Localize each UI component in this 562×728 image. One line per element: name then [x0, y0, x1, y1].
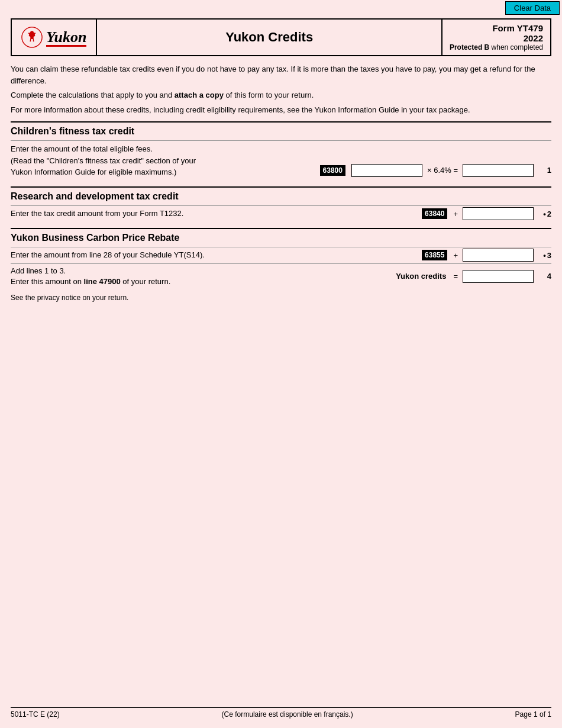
french-note: (Ce formulaire est disponible en françai…	[222, 710, 353, 719]
yukon-credits-label: Yukon credits	[396, 272, 446, 281]
section4-operator: =	[453, 272, 458, 281]
line4-number: 4	[541, 272, 551, 281]
main-content: You can claim these refundable tax credi…	[11, 63, 551, 302]
fitness-right: 63800 × 6.4% = 1	[316, 163, 551, 178]
fitness-label-line1: Enter the amount of the total eligible f…	[11, 144, 153, 153]
line2-input[interactable]	[463, 207, 534, 220]
form-header: Yukon Yukon Credits Form YT479 2022 Prot…	[11, 18, 551, 56]
line47900-bold: line 47900	[84, 277, 121, 286]
form-number: Form YT479 2022	[450, 23, 543, 43]
header-center: Yukon Credits	[97, 20, 441, 55]
fitness-section: Enter the amount of the total eligible f…	[11, 140, 551, 181]
attach-copy-bold: attach a copy	[175, 91, 224, 99]
protected-bold: Protected B	[450, 43, 489, 51]
line1-result-input[interactable]	[463, 164, 534, 177]
section4-label: Add lines 1 to 3. Enter this amount on l…	[11, 264, 391, 289]
intro-para1: You can claim these refundable tax credi…	[11, 63, 551, 86]
fitness-label: Enter the amount of the total eligible f…	[11, 143, 316, 178]
logo-section: Yukon	[12, 20, 97, 55]
form-year: 2022	[524, 33, 543, 43]
line4-input[interactable]	[463, 270, 534, 283]
yukon-brand: Yukon	[46, 28, 86, 47]
line2-number: 2	[541, 210, 551, 218]
intro-section: You can claim these refundable tax credi…	[11, 63, 551, 115]
fitness-label-line3: Yukon Information Guide for eligible max…	[11, 167, 176, 176]
line3-input[interactable]	[463, 249, 534, 262]
page: Clear Data Yukon Yukon Credits	[0, 0, 562, 728]
code-63855: 63855	[422, 250, 447, 260]
section4-label-line2-post: of your return.	[121, 277, 171, 286]
line1-input[interactable]	[351, 164, 422, 177]
section3-heading: Yukon Business Carbon Price Rebate	[11, 228, 551, 243]
section3-row: Enter the amount from line 28 of your Sc…	[11, 247, 551, 263]
section3-operator: +	[453, 251, 458, 260]
page-info: Page 1 of 1	[515, 710, 551, 719]
section2-operator: +	[453, 210, 458, 218]
section4-row: Add lines 1 to 3. Enter this amount on l…	[11, 263, 551, 289]
section4-label-line2-pre: Enter this amount on	[11, 277, 84, 286]
privacy-note: See the privacy notice on your return.	[11, 294, 551, 302]
protected-label: Protected B when completed	[450, 43, 543, 51]
section4-label-line1: Add lines 1 to 3.	[11, 266, 66, 275]
clear-data-button[interactable]: Clear Data	[505, 1, 560, 15]
section3-label: Enter the amount from line 28 of your Sc…	[11, 248, 418, 262]
section2-heading: Research and development tax credit	[11, 186, 551, 202]
yukon-logo: Yukon	[21, 27, 86, 48]
section1-heading: Children's fitness tax credit	[11, 121, 551, 137]
code-63800: 63800	[320, 165, 345, 176]
section2-row: Enter the tax credit amount from your Fo…	[11, 205, 551, 222]
line3-number: 3	[541, 251, 551, 260]
page-title: Yukon Credits	[225, 30, 313, 45]
line1-number: 1	[541, 166, 551, 175]
line1-operator: × 6.4% =	[427, 166, 458, 175]
intro-para2: Complete the calculations that apply to …	[11, 89, 551, 101]
code-63840: 63840	[422, 208, 447, 219]
fitness-row: Enter the amount of the total eligible f…	[11, 141, 551, 181]
yukon-moose-icon	[21, 27, 43, 48]
header-right: Form YT479 2022 Protected B when complet…	[441, 20, 550, 55]
footer-bar: 5011-TC E (22) (Ce formulaire est dispon…	[11, 707, 551, 719]
logo-text: Yukon	[46, 28, 86, 46]
form-code: 5011-TC E (22)	[11, 710, 60, 719]
intro-para3: For more information about these credits…	[11, 104, 551, 116]
top-bar: Clear Data	[0, 0, 562, 16]
section2-label: Enter the tax credit amount from your Fo…	[11, 207, 418, 221]
fitness-label-line2: (Read the "Children's fitness tax credit…	[11, 156, 196, 165]
